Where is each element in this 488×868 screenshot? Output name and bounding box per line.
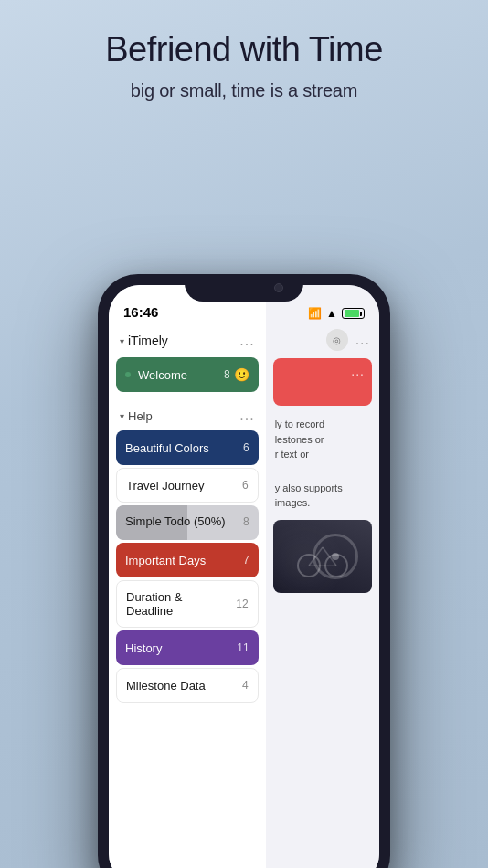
- item-label: Duration & Deadline: [126, 590, 230, 618]
- headline-section: Befriend with Time big or small, time is…: [0, 0, 488, 101]
- right-top-bar: ◎ ...: [266, 325, 379, 355]
- headline-sub: big or small, time is a stream: [0, 80, 488, 101]
- status-time: 16:46: [123, 304, 158, 320]
- phone-notch: [185, 274, 303, 302]
- item-label: Welcome: [138, 368, 218, 382]
- item-count: 7: [243, 554, 249, 566]
- red-content-block: ...: [273, 358, 372, 406]
- text-line: ly to record: [275, 417, 370, 432]
- right-text-content-1: ly to record lestones or r text or: [266, 409, 379, 470]
- item-count: 6: [243, 441, 249, 454]
- list-item-important-days[interactable]: Important Days 7: [116, 543, 259, 577]
- item-label: Beautiful Colors: [125, 441, 238, 455]
- front-camera: [274, 283, 283, 292]
- wifi-icon: ▲: [326, 307, 337, 320]
- bike-wheel-decoration: [313, 534, 358, 579]
- list-item-beautiful-colors[interactable]: Beautiful Colors 6: [116, 430, 259, 465]
- item-count: 6: [242, 479, 249, 492]
- item-label: Important Days: [125, 554, 238, 567]
- status-right: 📶 ▲: [308, 307, 365, 320]
- item-count: 8: [243, 515, 249, 528]
- left-panel: ▾ iTimely ... Welcome 8 🙂 ▾: [109, 285, 266, 868]
- item-label: History: [125, 641, 231, 655]
- right-dots-menu[interactable]: ...: [355, 332, 370, 348]
- chevron-down-icon: ▾: [120, 411, 124, 421]
- itimely-label: iTimely: [128, 333, 168, 348]
- item-count: 12: [236, 598, 248, 610]
- red-block-dots[interactable]: ...: [351, 364, 365, 378]
- list-item-travel-journey[interactable]: Travel Journey 6: [116, 468, 259, 503]
- item-count: 11: [237, 641, 249, 654]
- todo-content: Simple Todo (50%) 8: [116, 505, 259, 537]
- section-gap: [109, 395, 266, 404]
- phone-screen: 16:46 📶 ▲ ▾ iTimely: [109, 285, 379, 868]
- list-item-milestone-data[interactable]: Milestone Data 4: [116, 668, 259, 703]
- text-line: lestones or: [275, 432, 370, 448]
- image-content: [273, 520, 372, 593]
- item-label: Simple Todo (50%): [125, 514, 238, 528]
- item-label: Travel Journey: [126, 479, 237, 492]
- item-count: 4: [242, 679, 249, 692]
- chevron-down-icon: ▾: [120, 336, 124, 346]
- help-title: ▾ Help: [120, 409, 153, 423]
- text-line: r text or: [275, 447, 370, 462]
- emoji-icon: 🙂: [234, 367, 249, 382]
- list-item-history[interactable]: History 11: [116, 630, 259, 665]
- text-line: images.: [275, 495, 370, 511]
- list-item-welcome[interactable]: Welcome 8 🙂: [116, 357, 259, 392]
- headline-main: Befriend with Time: [0, 29, 488, 71]
- right-circle-icon[interactable]: ◎: [326, 329, 348, 351]
- dot-indicator: [125, 372, 131, 377]
- battery-tip: [360, 312, 362, 316]
- itimely-section-header: ▾ iTimely ...: [109, 325, 266, 355]
- right-text-content-2: y also supports images.: [266, 475, 379, 516]
- battery-fill: [345, 310, 359, 317]
- phone-frame: 16:46 📶 ▲ ▾ iTimely: [98, 274, 390, 868]
- help-label: Help: [128, 409, 153, 423]
- phone-container: 16:46 📶 ▲ ▾ iTimely: [98, 274, 390, 868]
- item-count: 8: [224, 368, 230, 381]
- help-section-header: ▾ Help ...: [109, 404, 266, 428]
- item-label: Milestone Data: [126, 679, 237, 693]
- icon-symbol: ◎: [333, 335, 341, 345]
- help-menu-icon[interactable]: ...: [239, 408, 254, 424]
- image-block: [273, 520, 372, 593]
- list-item-simple-todo[interactable]: Simple Todo (50%) 8: [116, 505, 259, 540]
- signal-icon: 📶: [308, 307, 322, 320]
- battery-icon: [342, 308, 365, 319]
- right-panel: ◎ ... ... ly to record lestones or r tex…: [266, 285, 379, 868]
- itimely-title: ▾ iTimely: [120, 333, 168, 348]
- itimely-menu-icon[interactable]: ...: [239, 333, 254, 349]
- list-item-duration-deadline[interactable]: Duration & Deadline 12: [116, 580, 259, 628]
- text-line: y also supports: [275, 481, 370, 496]
